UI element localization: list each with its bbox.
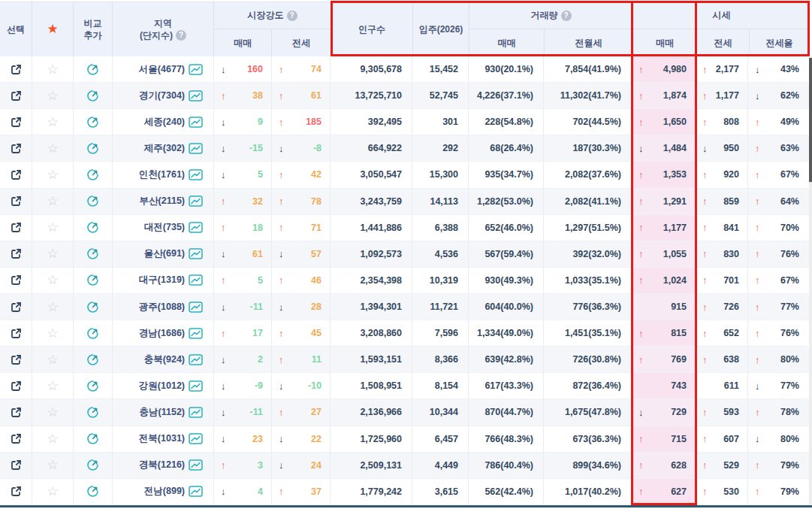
- region-link[interactable]: 강원(1012): [139, 380, 185, 392]
- compare-add-button[interactable]: [74, 373, 113, 399]
- line-chart-icon[interactable]: [189, 222, 203, 233]
- column-header-population[interactable]: 인구수: [331, 2, 413, 56]
- column-header-strength-jeonse[interactable]: 전세: [272, 29, 331, 56]
- column-header-price-ratio[interactable]: 전세율: [750, 29, 809, 56]
- favorite-star-button[interactable]: ☆: [32, 83, 74, 109]
- favorite-star-button[interactable]: ☆: [32, 56, 74, 83]
- column-header-movein[interactable]: 입주(2026): [413, 2, 469, 56]
- favorite-star-button[interactable]: ☆: [32, 109, 74, 135]
- open-region-button[interactable]: [0, 83, 32, 109]
- column-header-volume-rent[interactable]: 전월세: [545, 29, 632, 56]
- favorite-star-button[interactable]: ☆: [32, 453, 74, 479]
- line-chart-icon[interactable]: [189, 64, 203, 75]
- region-link[interactable]: 경북(1216): [139, 459, 185, 471]
- favorite-star-button[interactable]: ☆: [32, 294, 74, 320]
- region-link[interactable]: 충북(924): [144, 353, 185, 366]
- question-icon[interactable]: ?: [287, 11, 297, 21]
- compare-add-button[interactable]: [74, 399, 113, 426]
- open-region-button[interactable]: [0, 189, 32, 215]
- favorite-star-button[interactable]: ☆: [32, 215, 74, 241]
- open-region-button[interactable]: [0, 294, 32, 320]
- compare-add-button[interactable]: [74, 215, 113, 241]
- line-chart-icon[interactable]: [189, 328, 203, 339]
- line-chart-icon[interactable]: [189, 407, 203, 418]
- favorite-star-button[interactable]: ☆: [32, 162, 74, 188]
- question-icon[interactable]: ?: [561, 11, 572, 21]
- line-chart-icon[interactable]: [189, 274, 203, 286]
- line-chart-icon[interactable]: [189, 248, 203, 259]
- favorite-star-button[interactable]: ☆: [32, 320, 74, 347]
- compare-add-button[interactable]: [74, 83, 113, 109]
- compare-add-button[interactable]: [74, 241, 113, 268]
- line-chart-icon[interactable]: [189, 459, 203, 471]
- column-header-volume-sale[interactable]: 매매: [469, 29, 545, 56]
- open-region-button[interactable]: [0, 162, 32, 188]
- line-chart-icon[interactable]: [189, 169, 203, 180]
- open-region-button[interactable]: [0, 109, 32, 135]
- line-chart-icon[interactable]: [189, 301, 203, 313]
- region-link[interactable]: 제주(302): [144, 142, 185, 155]
- open-region-button[interactable]: [0, 426, 32, 453]
- column-header-strength-sale[interactable]: 매매: [214, 29, 272, 56]
- line-chart-icon[interactable]: [189, 90, 203, 101]
- open-region-button[interactable]: [0, 268, 32, 294]
- region-link[interactable]: 서울(4677): [139, 63, 185, 76]
- favorite-star-button[interactable]: ☆: [32, 399, 74, 426]
- compare-add-button[interactable]: [74, 347, 113, 373]
- compare-add-button[interactable]: [74, 453, 113, 479]
- favorite-star-button[interactable]: ☆: [32, 241, 74, 268]
- line-chart-icon[interactable]: [189, 486, 203, 497]
- region-link[interactable]: 대전(735): [144, 221, 185, 234]
- favorite-star-button[interactable]: ☆: [32, 347, 74, 373]
- open-region-button[interactable]: [0, 56, 32, 83]
- compare-add-button[interactable]: [74, 426, 113, 453]
- favorite-star-button[interactable]: ☆: [32, 189, 74, 215]
- open-region-button[interactable]: [0, 320, 32, 347]
- open-region-button[interactable]: [0, 215, 32, 241]
- line-chart-icon[interactable]: [189, 195, 203, 207]
- favorite-star-button[interactable]: ☆: [32, 373, 74, 399]
- favorite-star-button[interactable]: ☆: [32, 135, 74, 162]
- compare-add-button[interactable]: [74, 162, 113, 188]
- trend-arrow-icon: ↓: [221, 354, 230, 365]
- compare-add-button[interactable]: [74, 135, 113, 162]
- region-link[interactable]: 충남(1152): [140, 406, 185, 419]
- open-region-button[interactable]: [0, 347, 32, 373]
- favorite-star-button[interactable]: ☆: [32, 426, 74, 453]
- open-region-button[interactable]: [0, 135, 32, 162]
- compare-add-button[interactable]: [74, 189, 113, 215]
- region-link[interactable]: 인천(1761): [139, 168, 185, 181]
- region-link[interactable]: 광주(1088): [139, 301, 185, 314]
- line-chart-icon[interactable]: [189, 380, 203, 392]
- question-icon[interactable]: ?: [176, 30, 186, 41]
- open-region-button[interactable]: [0, 373, 32, 399]
- open-region-button[interactable]: [0, 399, 32, 426]
- region-link[interactable]: 경기(7304): [139, 89, 185, 102]
- compare-add-button[interactable]: [74, 479, 113, 505]
- column-header-favorite[interactable]: ★: [32, 2, 74, 56]
- compare-add-button[interactable]: [74, 268, 113, 294]
- compare-add-button[interactable]: [74, 56, 113, 83]
- favorite-star-button[interactable]: ☆: [32, 268, 74, 294]
- region-link[interactable]: 부산(2115): [140, 195, 185, 208]
- line-chart-icon[interactable]: [189, 117, 203, 128]
- line-chart-icon[interactable]: [189, 143, 203, 154]
- column-header-price-sale[interactable]: 매매: [633, 29, 697, 56]
- line-chart-icon[interactable]: [189, 433, 203, 444]
- favorite-star-button[interactable]: ☆: [32, 479, 74, 505]
- open-region-button[interactable]: [0, 479, 32, 505]
- region-link[interactable]: 전남(899): [144, 485, 185, 498]
- compare-add-button[interactable]: [74, 320, 113, 347]
- region-link[interactable]: 세종(240): [144, 116, 185, 129]
- open-region-button[interactable]: [0, 453, 32, 479]
- region-link[interactable]: 울산(691): [144, 247, 185, 260]
- region-link[interactable]: 경남(1686): [139, 327, 185, 340]
- column-header-price-jeonse[interactable]: 전세: [697, 29, 750, 56]
- region-link[interactable]: 전북(1031): [139, 432, 185, 445]
- open-region-button[interactable]: [0, 241, 32, 268]
- compare-add-button[interactable]: [74, 294, 113, 320]
- compare-add-button[interactable]: [74, 109, 113, 135]
- region-link[interactable]: 대구(1319): [139, 274, 185, 286]
- line-chart-icon[interactable]: [189, 354, 203, 365]
- scrollbar-thumb[interactable]: [809, 58, 812, 182]
